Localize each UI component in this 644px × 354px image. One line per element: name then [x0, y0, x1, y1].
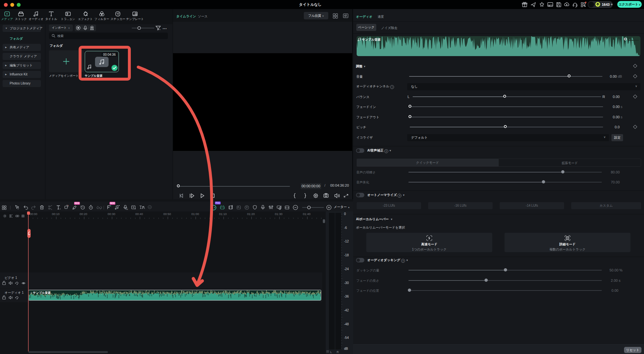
svg-text:AI: AI — [126, 208, 128, 210]
